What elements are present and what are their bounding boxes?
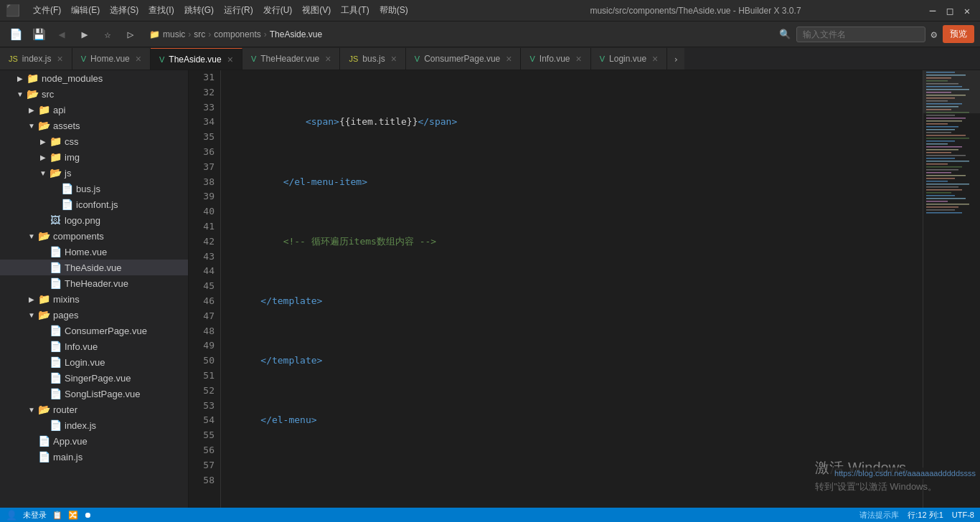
menu-run[interactable]: 运行(R) <box>220 3 258 18</box>
sidebar-item-bus-js[interactable]: 📄 bus.js <box>0 181 188 196</box>
breadcrumb-current[interactable]: TheAside.vue <box>270 29 322 39</box>
tab-consumer-close[interactable]: × <box>506 53 512 65</box>
sidebar-item-login-vue[interactable]: 📄 Login.vue <box>0 354 188 370</box>
tab-index-js-label: index.js <box>22 54 52 64</box>
filter-icon[interactable]: ⚙ <box>931 29 937 40</box>
sidebar-item-theheader-vue[interactable]: 📄 TheHeader.vue <box>0 275 188 291</box>
sidebar-item-info-vue[interactable]: 📄 Info.vue <box>0 338 188 354</box>
menu-edit[interactable]: 编辑(E) <box>67 3 104 18</box>
sidebar-item-src[interactable]: ▼ 📂 src <box>0 86 188 102</box>
sidebar-item-node-modules[interactable]: ▶ 📁 node_modules <box>0 70 188 86</box>
sidebar-item-home-vue[interactable]: 📄 Home.vue <box>0 244 188 260</box>
svg-rect-31 <box>926 161 969 162</box>
fold-35[interactable] <box>227 356 237 366</box>
sidebar-item-pages[interactable]: ▼ 📂 pages <box>0 307 188 323</box>
sidebar-item-css[interactable]: ▶ 📁 css <box>0 133 188 149</box>
sidebar-item-theaside-vue[interactable]: 📄 TheAside.vue <box>0 260 188 275</box>
sidebar-item-assets[interactable]: ▼ 📂 assets <box>0 118 188 133</box>
sidebar-item-singerpage[interactable]: 📄 SingerPage.vue <box>0 370 188 386</box>
code-line-35: </template> <box>227 353 917 369</box>
fold-31[interactable] <box>227 118 237 128</box>
menu-publish[interactable]: 发行(U) <box>259 3 297 18</box>
tab-home-vue-close[interactable]: × <box>136 53 141 65</box>
sidebar-item-router[interactable]: ▼ 📂 router <box>0 402 188 417</box>
svg-rect-43 <box>926 195 955 196</box>
back-button[interactable]: ◀ <box>52 24 72 44</box>
sidebar-item-iconfont-js[interactable]: 📄 iconfont.js <box>0 196 188 212</box>
tab-login-vue[interactable]: V Login.vue × <box>591 48 668 70</box>
vue-icon-info: 📄 <box>49 341 62 352</box>
sidebar-item-api[interactable]: ▶ 📁 api <box>0 102 188 118</box>
fold-33[interactable] <box>227 237 237 247</box>
menu-select[interactable]: 选择(S) <box>105 3 143 18</box>
js-icon-bus: 📄 <box>60 183 73 194</box>
line-num-32: 32 <box>194 85 215 100</box>
svg-rect-23 <box>926 138 969 139</box>
maximize-button[interactable]: □ <box>943 4 957 18</box>
label-main-js: main.js <box>53 452 83 462</box>
tab-home-vue[interactable]: V Home.vue × <box>72 48 151 70</box>
fold-36[interactable] <box>227 416 237 426</box>
tab-index-js[interactable]: JS index.js × <box>0 48 72 70</box>
line-num-38: 38 <box>194 175 215 190</box>
code-content[interactable]: <span>{{item.title}}</span> </el-menu-it… <box>221 70 923 508</box>
menu-find[interactable]: 查找(I) <box>144 3 178 18</box>
close-button[interactable]: ✕ <box>960 4 974 18</box>
js-icon-iconfont: 📄 <box>60 199 73 210</box>
sidebar-item-img[interactable]: ▶ 📁 img <box>0 149 188 165</box>
sidebar-item-components[interactable]: ▼ 📂 components <box>0 228 188 244</box>
tab-consumerpage-vue[interactable]: V ConsumerPage.vue × <box>406 48 522 70</box>
sidebar-item-app-vue[interactable]: 📄 App.vue <box>0 433 188 449</box>
label-mixins: mixins <box>53 294 80 305</box>
menu-view[interactable]: 视图(V) <box>298 3 335 18</box>
sidebar-item-js[interactable]: ▼ 📂 js <box>0 165 188 181</box>
sidebar-item-mixins[interactable]: ▶ 📁 mixins <box>0 291 188 307</box>
run-button[interactable]: ▷ <box>121 24 141 44</box>
sidebar-item-songlistpage[interactable]: 📄 SongListPage.vue <box>0 386 188 402</box>
menu-help[interactable]: 帮助(S) <box>375 3 413 18</box>
breadcrumb-components[interactable]: components <box>214 29 260 39</box>
forward-button[interactable]: ▶ <box>75 24 95 44</box>
tab-login-close[interactable]: × <box>652 53 658 65</box>
breadcrumb-src[interactable]: src <box>194 29 205 39</box>
fold-37[interactable] <box>227 475 237 485</box>
minimize-button[interactable]: ─ <box>925 4 940 18</box>
breadcrumb-folder-icon: 📁 <box>149 29 160 39</box>
tab-bus-close[interactable]: × <box>391 53 397 65</box>
minimap[interactable] <box>923 70 980 508</box>
svg-rect-18 <box>926 123 948 125</box>
fold-32[interactable] <box>227 177 237 187</box>
tab-info-vue[interactable]: V Info.vue × <box>521 48 590 70</box>
tab-info-close[interactable]: × <box>576 53 582 65</box>
bookmark-button[interactable]: ☆ <box>98 24 118 44</box>
save-button[interactable]: 💾 <box>29 24 49 44</box>
line-num-36: 36 <box>194 145 215 160</box>
fold-34[interactable] <box>227 296 237 306</box>
sidebar-item-router-index[interactable]: 📄 index.js <box>0 417 188 433</box>
breadcrumb-music[interactable]: music <box>163 29 185 39</box>
file-search-input[interactable] <box>796 27 925 42</box>
sidebar-item-consumerpage[interactable]: 📄 ConsumerPage.vue <box>0 323 188 338</box>
code-editor[interactable]: 31 32 33 34 35 36 37 38 39 40 41 42 43 4… <box>189 70 923 508</box>
menu-tools[interactable]: 工具(T) <box>336 3 373 18</box>
sidebar-item-logo-png[interactable]: 🖼 logo.png <box>0 212 188 228</box>
vue-icon-theheader: 📄 <box>49 277 62 289</box>
tab-info-label: Info.vue <box>540 54 570 64</box>
line-num-35: 35 <box>194 130 215 145</box>
tab-index-js-close[interactable]: × <box>57 53 63 65</box>
tab-theheader-close[interactable]: × <box>325 53 331 65</box>
menu-file[interactable]: 文件(F) <box>29 3 65 18</box>
sidebar-item-main-js[interactable]: 📄 main.js <box>0 449 188 465</box>
tab-bus-js[interactable]: JS bus.js × <box>340 48 405 70</box>
menu-jump[interactable]: 跳转(G) <box>180 3 218 18</box>
tab-more-button[interactable]: › <box>667 48 684 70</box>
tab-theheader-vue[interactable]: V TheHeader.vue × <box>242 48 341 70</box>
tab-consumer-icon: V <box>415 54 420 63</box>
line-num-47: 47 <box>194 309 215 324</box>
new-file-button[interactable]: 📄 <box>6 24 26 44</box>
tab-theaside-vue-close[interactable]: × <box>227 54 233 65</box>
svg-rect-27 <box>926 149 958 151</box>
tab-theheader-vue-label: TheHeader.vue <box>260 54 319 64</box>
preview-button[interactable]: 预览 <box>943 25 974 43</box>
tab-theaside-vue[interactable]: V TheAside.vue × <box>151 48 242 70</box>
